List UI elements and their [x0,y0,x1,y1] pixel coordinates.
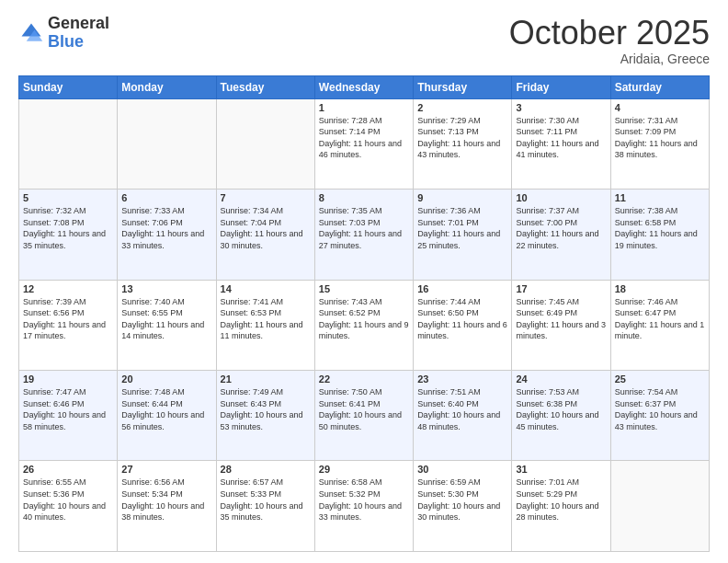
calendar-cell: 7Sunrise: 7:34 AMSunset: 7:04 PMDaylight… [216,190,314,280]
day-info: Sunrise: 6:59 AMSunset: 5:30 PMDaylight:… [417,477,507,523]
calendar-cell: 10Sunrise: 7:37 AMSunset: 7:00 PMDayligh… [512,190,610,280]
dow-header-thursday: Thursday [414,75,512,98]
day-info: Sunrise: 7:33 AMSunset: 7:06 PMDaylight:… [121,205,211,251]
calendar-cell: 20Sunrise: 7:48 AMSunset: 6:44 PMDayligh… [118,371,216,461]
day-info: Sunrise: 7:30 AMSunset: 7:11 PMDaylight:… [516,115,606,161]
calendar-cell: 5Sunrise: 7:32 AMSunset: 7:08 PMDaylight… [19,190,118,280]
day-info: Sunrise: 7:41 AMSunset: 6:53 PMDaylight:… [221,296,311,342]
calendar-cell: 19Sunrise: 7:47 AMSunset: 6:46 PMDayligh… [19,371,118,461]
day-number: 18 [615,283,705,294]
day-info: Sunrise: 7:29 AMSunset: 7:13 PMDaylight:… [417,115,507,161]
dow-header-friday: Friday [512,75,610,98]
day-number: 5 [23,192,113,203]
day-number: 29 [319,464,409,475]
day-number: 13 [121,283,211,294]
calendar-cell: 6Sunrise: 7:33 AMSunset: 7:06 PMDaylight… [118,190,216,280]
calendar-cell: 13Sunrise: 7:40 AMSunset: 6:55 PMDayligh… [118,280,216,370]
day-number: 11 [615,192,705,203]
day-number: 10 [516,192,606,203]
day-info: Sunrise: 6:58 AMSunset: 5:32 PMDaylight:… [319,477,409,523]
calendar-cell: 21Sunrise: 7:49 AMSunset: 6:43 PMDayligh… [216,371,314,461]
calendar-cell [118,98,216,189]
day-number: 27 [121,464,211,475]
day-number: 4 [615,102,705,113]
calendar-cell: 26Sunrise: 6:55 AMSunset: 5:36 PMDayligh… [19,461,118,552]
day-number: 9 [417,192,507,203]
day-info: Sunrise: 7:54 AMSunset: 6:37 PMDaylight:… [615,386,705,432]
calendar-cell: 14Sunrise: 7:41 AMSunset: 6:53 PMDayligh… [216,280,314,370]
calendar-week-1: 1Sunrise: 7:28 AMSunset: 7:14 PMDaylight… [19,98,710,189]
day-info: Sunrise: 7:50 AMSunset: 6:41 PMDaylight:… [319,386,409,432]
dow-header-tuesday: Tuesday [216,75,314,98]
dow-header-monday: Monday [118,75,216,98]
calendar-cell: 15Sunrise: 7:43 AMSunset: 6:52 PMDayligh… [314,280,413,370]
day-number: 30 [417,464,507,475]
day-number: 16 [417,283,507,294]
calendar-table: SundayMondayTuesdayWednesdayThursdayFrid… [18,75,710,552]
calendar-cell: 30Sunrise: 6:59 AMSunset: 5:30 PMDayligh… [414,461,512,552]
calendar-cell: 27Sunrise: 6:56 AMSunset: 5:34 PMDayligh… [118,461,216,552]
calendar-cell: 9Sunrise: 7:36 AMSunset: 7:01 PMDaylight… [414,190,512,280]
day-info: Sunrise: 7:53 AMSunset: 6:38 PMDaylight:… [516,386,606,432]
calendar-cell: 31Sunrise: 7:01 AMSunset: 5:29 PMDayligh… [512,461,610,552]
calendar-cell [610,461,709,552]
day-number: 3 [516,102,606,113]
calendar-cell: 29Sunrise: 6:58 AMSunset: 5:32 PMDayligh… [314,461,413,552]
day-info: Sunrise: 6:57 AMSunset: 5:33 PMDaylight:… [221,477,311,523]
calendar-cell: 4Sunrise: 7:31 AMSunset: 7:09 PMDaylight… [610,98,709,189]
calendar-week-4: 19Sunrise: 7:47 AMSunset: 6:46 PMDayligh… [19,371,710,461]
calendar-cell: 18Sunrise: 7:46 AMSunset: 6:47 PMDayligh… [610,280,709,370]
calendar-cell: 12Sunrise: 7:39 AMSunset: 6:56 PMDayligh… [19,280,118,370]
calendar-body: 1Sunrise: 7:28 AMSunset: 7:14 PMDaylight… [19,98,710,551]
day-info: Sunrise: 7:51 AMSunset: 6:40 PMDaylight:… [417,386,507,432]
calendar-week-5: 26Sunrise: 6:55 AMSunset: 5:36 PMDayligh… [19,461,710,552]
dow-header-sunday: Sunday [19,75,118,98]
day-number: 25 [615,373,705,385]
calendar-cell: 2Sunrise: 7:29 AMSunset: 7:13 PMDaylight… [414,98,512,189]
day-info: Sunrise: 7:36 AMSunset: 7:01 PMDaylight:… [417,205,507,251]
logo: General Blue [18,15,109,52]
day-number: 24 [516,373,606,385]
day-info: Sunrise: 7:47 AMSunset: 6:46 PMDaylight:… [23,386,113,432]
calendar-cell: 24Sunrise: 7:53 AMSunset: 6:38 PMDayligh… [512,371,610,461]
day-number: 21 [221,373,311,385]
day-info: Sunrise: 6:55 AMSunset: 5:36 PMDaylight:… [23,477,113,523]
logo-blue-text: Blue [48,32,84,51]
day-info: Sunrise: 7:44 AMSunset: 6:50 PMDaylight:… [417,296,507,342]
logo-general-text: General [48,14,109,32]
calendar-cell: 28Sunrise: 6:57 AMSunset: 5:33 PMDayligh… [216,461,314,552]
day-number: 31 [516,464,606,475]
calendar-week-3: 12Sunrise: 7:39 AMSunset: 6:56 PMDayligh… [19,280,710,370]
day-info: Sunrise: 7:37 AMSunset: 7:00 PMDaylight:… [516,205,606,251]
day-info: Sunrise: 7:45 AMSunset: 6:49 PMDaylight:… [516,296,606,342]
title-block: October 2025 Aridaia, Greece [509,15,710,66]
day-number: 14 [221,283,311,294]
calendar-cell: 1Sunrise: 7:28 AMSunset: 7:14 PMDaylight… [314,98,413,189]
day-info: Sunrise: 7:48 AMSunset: 6:44 PMDaylight:… [121,386,211,432]
calendar-cell [216,98,314,189]
day-info: Sunrise: 7:28 AMSunset: 7:14 PMDaylight:… [319,115,409,161]
day-number: 19 [23,373,113,385]
calendar-cell: 3Sunrise: 7:30 AMSunset: 7:11 PMDaylight… [512,98,610,189]
calendar-cell: 11Sunrise: 7:38 AMSunset: 6:58 PMDayligh… [610,190,709,280]
calendar-cell: 16Sunrise: 7:44 AMSunset: 6:50 PMDayligh… [414,280,512,370]
day-info: Sunrise: 7:40 AMSunset: 6:55 PMDaylight:… [121,296,211,342]
day-number: 22 [319,373,409,385]
day-info: Sunrise: 6:56 AMSunset: 5:34 PMDaylight:… [121,477,211,523]
month-title: October 2025 [509,15,710,52]
location-subtitle: Aridaia, Greece [509,52,710,66]
day-info: Sunrise: 7:49 AMSunset: 6:43 PMDaylight:… [221,386,311,432]
day-number: 23 [417,373,507,385]
day-number: 8 [319,192,409,203]
calendar-cell: 23Sunrise: 7:51 AMSunset: 6:40 PMDayligh… [414,371,512,461]
dow-header-saturday: Saturday [610,75,709,98]
day-number: 26 [23,464,113,475]
day-info: Sunrise: 7:32 AMSunset: 7:08 PMDaylight:… [23,205,113,251]
header: General Blue October 2025 Aridaia, Greec… [18,15,710,66]
calendar-cell: 25Sunrise: 7:54 AMSunset: 6:37 PMDayligh… [610,371,709,461]
calendar-cell: 8Sunrise: 7:35 AMSunset: 7:03 PMDaylight… [314,190,413,280]
calendar-cell: 17Sunrise: 7:45 AMSunset: 6:49 PMDayligh… [512,280,610,370]
dow-header-wednesday: Wednesday [314,75,413,98]
day-number: 28 [221,464,311,475]
day-info: Sunrise: 7:43 AMSunset: 6:52 PMDaylight:… [319,296,409,342]
